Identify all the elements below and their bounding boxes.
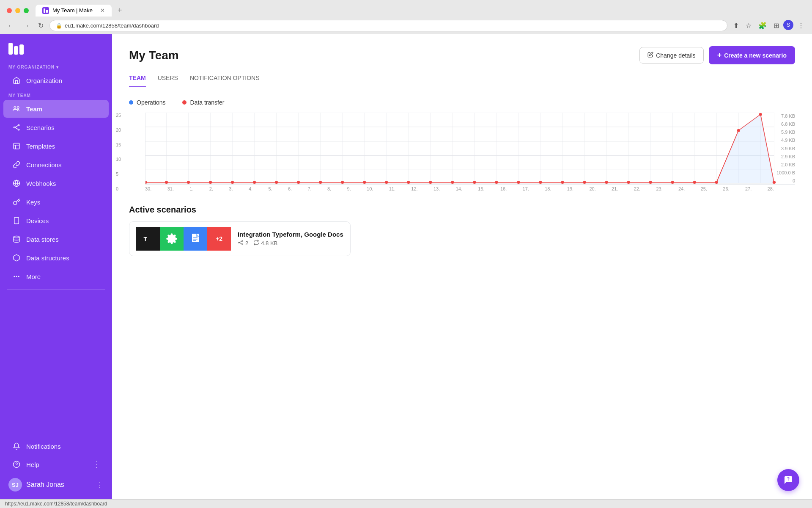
sidebar-more-label: More [26,273,41,280]
sidebar-toggle-btn[interactable]: ⊞ [771,20,782,31]
svg-point-85 [737,129,740,132]
scenario-card[interactable]: T [129,221,351,256]
minimize-window-btn[interactable] [15,8,20,13]
home-icon [12,76,21,85]
help-icon [12,460,21,469]
sidebar-item-data-structures[interactable]: Data structures [3,249,109,267]
change-details-button[interactable]: Change details [639,47,703,64]
svg-point-16 [14,236,19,238]
svg-point-3 [14,107,16,109]
svg-point-82 [671,181,674,184]
sidebar-scenarios-label: Scenarios [26,124,55,131]
sidebar-item-org-label: Organization [26,77,62,84]
tab-close-icon[interactable]: ✕ [100,7,105,14]
notifications-icon [12,442,21,451]
browser-menu-btn[interactable]: ⋮ [795,20,807,31]
bookmark-btn[interactable]: ☆ [743,20,754,31]
svg-point-64 [275,181,278,184]
tab-users[interactable]: USERS [158,71,178,87]
help-options-btn[interactable]: ⋮ [93,460,100,469]
svg-rect-1 [46,10,48,13]
lock-icon: 🔒 [56,23,62,29]
sidebar-notifications-label: Notifications [26,443,61,450]
sidebar-item-data-stores[interactable]: Data stores [3,230,109,248]
maximize-window-btn[interactable] [24,8,29,13]
user-name: Sarah Jonas [26,481,64,489]
new-tab-btn[interactable]: + [113,3,126,17]
svg-point-73 [473,181,476,184]
logo-bar-2 [14,46,18,55]
sidebar-item-help[interactable]: Help ⋮ [3,456,109,473]
operations-icon-meta [238,240,244,247]
svg-rect-0 [44,8,45,13]
extensions-btn[interactable]: 🧩 [756,20,769,31]
sidebar-item-keys[interactable]: Keys [3,193,109,211]
devices-icon [12,216,21,225]
sidebar-item-team[interactable]: Team [3,100,109,118]
chart-legends: Operations Data transfer [129,99,795,106]
scenario-info: Integration Typeform, Google Docs 2 [238,231,343,247]
create-scenario-button[interactable]: + Create a new scenario [709,46,795,64]
svg-point-17 [16,276,17,277]
sidebar-divider [7,289,105,290]
forward-btn[interactable]: → [20,20,32,31]
share-btn[interactable]: ⬆ [731,20,741,31]
svg-point-95 [239,242,239,243]
content-tabs: TEAM USERS NOTIFICATION OPTIONS [112,64,812,87]
chat-fab-button[interactable]: ? [777,469,799,491]
scenarios-icon [12,123,21,132]
user-avatar: SJ [8,478,22,491]
data-structures-icon [12,253,21,262]
user-options-btn[interactable]: ⋮ [96,480,104,489]
browser-toolbar: ← → ↻ 🔒 eu1.make.com/12858/team/dashboar… [0,17,812,34]
sidebar-help-label: Help [26,461,39,468]
svg-point-4 [14,127,15,128]
edit-icon [647,52,653,59]
make-logo [8,43,104,55]
sidebar-devices-label: Devices [26,217,49,224]
google-docs-icon [184,227,207,251]
svg-point-76 [539,181,542,184]
sidebar-item-scenarios[interactable]: Scenarios [3,119,109,136]
svg-rect-92 [193,237,198,238]
close-window-btn[interactable] [7,8,12,13]
svg-text:T: T [144,236,148,243]
operations-legend: Operations [129,99,165,106]
sidebar-item-notifications[interactable]: Notifications [3,437,109,455]
header-actions: Change details + Create a new scenario [639,46,795,64]
svg-point-87 [773,181,776,184]
svg-point-97 [242,244,243,245]
scenario-icons: T [136,227,231,251]
svg-text:?: ? [787,477,790,481]
more-icon [12,272,21,281]
active-browser-tab[interactable]: My Team | Make ✕ [36,5,112,17]
sidebar-item-more[interactable]: More [3,268,109,285]
sidebar-item-organization[interactable]: Organization [3,72,109,89]
profile-btn[interactable]: S [783,20,793,30]
sidebar-item-webhooks[interactable]: Webhooks [3,174,109,192]
svg-point-78 [583,181,586,184]
data-transfer-size: 4.8 KB [261,240,277,246]
url-text: eu1.make.com/12858/team/dashboard [65,22,159,29]
address-bar[interactable]: 🔒 eu1.make.com/12858/team/dashboard [49,20,727,31]
gear-scenario-icon [160,227,184,251]
svg-point-75 [517,181,520,184]
svg-point-83 [693,181,696,184]
main-content: My Team Change details + Create a new sc… [112,34,812,499]
tab-notification-options[interactable]: NOTIFICATION OPTIONS [190,71,260,87]
data-transfer-legend: Data transfer [182,99,224,106]
scenario-meta: 2 4.8 KB [238,240,343,247]
svg-point-96 [242,240,243,241]
sidebar-user[interactable]: SJ Sarah Jonas ⋮ [0,474,112,496]
back-btn[interactable]: ← [5,20,17,31]
sidebar-item-connections[interactable]: Connections [3,156,109,174]
sidebar-item-devices[interactable]: Devices [3,212,109,229]
user-initials: SJ [12,482,19,488]
refresh-btn[interactable]: ↻ [36,20,46,31]
data-transfer-legend-label: Data transfer [190,99,224,106]
page-title: My Team [129,49,179,62]
org-section-label: MY ORGANIZATION ▾ [0,61,112,71]
sidebar-item-templates[interactable]: Templates [3,137,109,155]
svg-point-81 [649,181,652,184]
tab-team[interactable]: TEAM [129,71,146,87]
